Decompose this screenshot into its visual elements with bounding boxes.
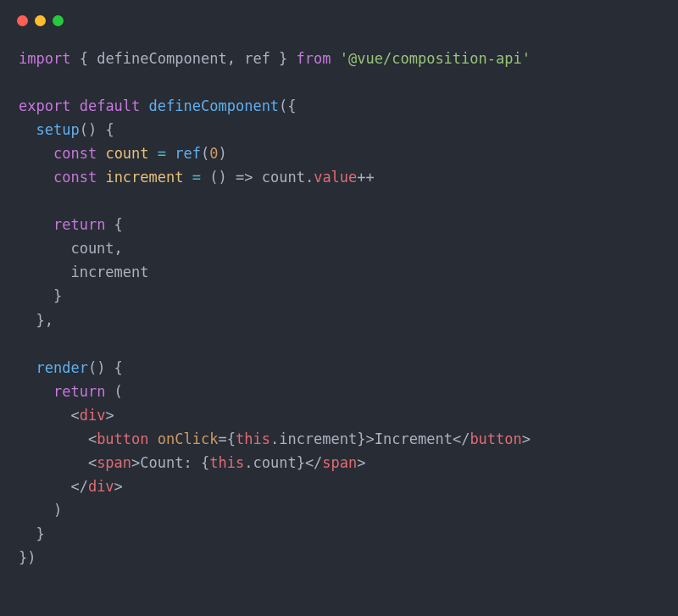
minimize-icon [35, 15, 46, 26]
punct: . [244, 454, 253, 471]
arrow: () => [209, 169, 253, 186]
indent [19, 169, 53, 186]
tag-span: span [97, 454, 131, 471]
punct: ({ [279, 97, 296, 114]
punct: }> [357, 430, 374, 447]
punct: . [270, 430, 279, 447]
tag-div: div [88, 478, 114, 495]
ident: ref [244, 50, 270, 67]
var-count: count [105, 145, 148, 162]
sp [166, 145, 175, 162]
kw-this: this [236, 430, 270, 447]
string-lit: '@vue/composition-api' [340, 50, 531, 67]
kw-const: const [53, 169, 97, 186]
kw-this: this [209, 454, 244, 471]
punct: > [131, 454, 140, 471]
tag-button: button [97, 430, 148, 447]
punct: ( [201, 145, 209, 162]
func-ref: ref [175, 145, 201, 162]
text-count: Count: [140, 454, 201, 471]
punct: , [227, 50, 244, 67]
punct: ) [219, 145, 227, 162]
indent [19, 359, 36, 376]
punct: > [105, 407, 114, 424]
punct: </ [305, 454, 322, 471]
sp [201, 169, 209, 186]
sp [70, 97, 79, 114]
sp [140, 97, 148, 114]
tag-div: div [80, 407, 106, 424]
sp [149, 430, 158, 447]
punct: . [305, 169, 314, 186]
tag-span: span [322, 454, 357, 471]
func-call: defineComponent [149, 97, 280, 114]
punct: } [270, 50, 297, 67]
var-increment: increment [105, 169, 183, 186]
punct: }) [19, 549, 36, 566]
num-zero: 0 [209, 145, 218, 162]
punct: </ [453, 430, 470, 447]
punct: { [105, 216, 122, 233]
kw-const: const [53, 145, 97, 162]
kw-return: return [53, 216, 105, 233]
indent: < [19, 430, 97, 447]
sp [97, 145, 105, 162]
kw-return: return [53, 383, 105, 400]
op-eq: = [158, 145, 166, 162]
punct: () { [88, 359, 123, 376]
kw-default: default [80, 97, 141, 114]
var-count: count [262, 169, 305, 186]
window-controls [0, 0, 678, 26]
indent [19, 216, 53, 233]
attr-onclick: onClick [158, 430, 219, 447]
punct: ( [105, 383, 122, 400]
tag-button: button [470, 430, 521, 447]
punct: ) [19, 502, 62, 519]
prop-increment: increment [279, 430, 357, 447]
punct: { [227, 430, 236, 447]
kw-import: import [19, 50, 70, 67]
text-increment: Increment [375, 430, 453, 447]
indent: </ [19, 478, 88, 495]
punct: } [19, 525, 45, 542]
punct: > [114, 478, 123, 495]
sp [97, 169, 105, 186]
indent [19, 121, 36, 138]
close-icon [17, 15, 28, 26]
op-eq: = [192, 169, 201, 186]
op-eq: = [218, 430, 226, 447]
method-render: render [36, 359, 87, 376]
code-block: import { defineComponent, ref } from '@v… [0, 26, 678, 586]
indent [19, 145, 53, 162]
kw-from: from [297, 50, 331, 67]
op-pp: ++ [357, 169, 374, 186]
punct: } [19, 287, 62, 304]
punct: { [70, 50, 97, 67]
prop-value: value [314, 169, 357, 186]
punct: { [201, 454, 209, 471]
indent: < [19, 454, 97, 471]
punct: } [297, 454, 305, 471]
maximize-icon [53, 15, 64, 26]
indent: < [19, 407, 80, 424]
line-increment: increment [19, 264, 149, 280]
punct: > [357, 454, 365, 471]
punct: }, [19, 312, 53, 329]
sp [253, 169, 261, 186]
sp [149, 145, 158, 162]
kw-export: export [19, 97, 70, 114]
indent [19, 383, 53, 400]
method-setup: setup [36, 121, 79, 138]
line-count: count, [19, 240, 123, 257]
sp [331, 50, 340, 67]
punct: > [522, 430, 531, 447]
sp [184, 169, 192, 186]
ident: defineComponent [97, 50, 227, 67]
prop-count: count [253, 454, 296, 471]
punct: () { [80, 121, 114, 138]
